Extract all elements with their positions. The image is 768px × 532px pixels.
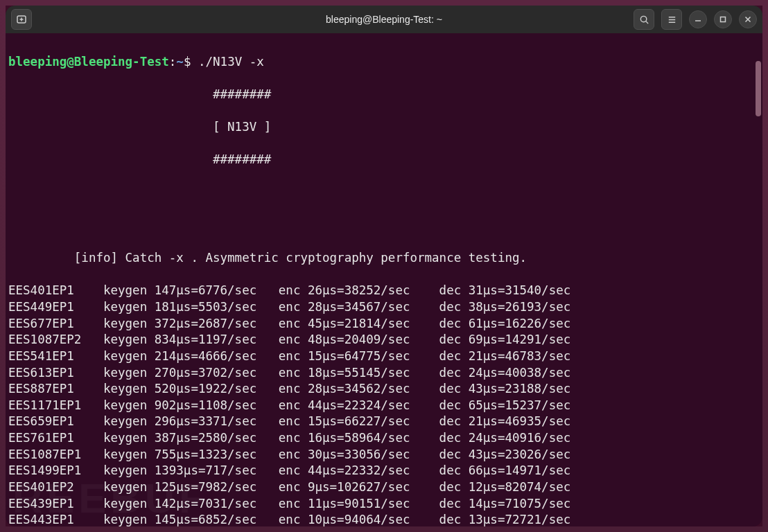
terminal-window: bleeping@Bleeping-Test: ~ bleeping@Bleep… (6, 6, 762, 526)
prompt-path: ~ (176, 55, 184, 69)
prompt-dollar: $ (184, 55, 191, 69)
result-row: EES659EP1 keygen 296µs=3371/sec enc 15µs… (8, 414, 760, 430)
window-title: bleeping@Bleeping-Test: ~ (326, 14, 442, 25)
result-row: EES887EP1 keygen 520µs=1922/sec enc 28µs… (8, 381, 760, 398)
result-row: EES677EP1 keygen 372µs=2687/sec enc 45µs… (8, 316, 760, 332)
terminal-area[interactable]: bleeping@Bleeping-Test:~$ ./N13V -x ####… (6, 33, 762, 526)
result-row: EES761EP1 keygen 387µs=2580/sec enc 16µs… (8, 430, 760, 447)
titlebar: bleeping@Bleeping-Test: ~ (6, 6, 762, 33)
result-row: EES1499EP1 keygen 1393µs=717/sec enc 44µ… (8, 463, 760, 479)
search-button[interactable] (634, 9, 654, 30)
prompt-user-host: bleeping@Bleeping-Test (8, 55, 169, 69)
result-row: EES1171EP1 keygen 902µs=1108/sec enc 44µ… (8, 398, 760, 414)
new-tab-button[interactable] (11, 9, 32, 30)
result-row: EES401EP2 keygen 125µs=7982/sec enc 9µs=… (8, 479, 760, 496)
minimize-button[interactable] (689, 10, 707, 28)
command-text: ./N13V -x (198, 55, 264, 69)
result-row: EES439EP1 keygen 142µs=7031/sec enc 11µs… (8, 496, 760, 513)
info-line: [info] Catch -x . Asymmetric cryptograph… (8, 250, 760, 267)
svg-rect-9 (721, 17, 726, 22)
banner-line: ######## (8, 87, 760, 103)
result-row: EES449EP1 keygen 181µs=5503/sec enc 28µs… (8, 299, 760, 316)
result-row: EES541EP1 keygen 214µs=4666/sec enc 15µs… (8, 348, 760, 365)
svg-line-4 (645, 21, 647, 23)
result-row: EES401EP1 keygen 147µs=6776/sec enc 26µs… (8, 283, 760, 299)
banner-line: [ N13V ] (8, 119, 760, 136)
prompt-line: bleeping@Bleeping-Test:~$ ./N13V -x (8, 54, 760, 71)
results-block: EES401EP1 keygen 147µs=6776/sec enc 26µs… (8, 283, 760, 526)
svg-point-3 (640, 16, 646, 21)
scrollbar[interactable] (756, 61, 761, 116)
close-button[interactable] (739, 10, 757, 28)
result-row: EES1087EP2 keygen 834µs=1197/sec enc 48µ… (8, 332, 760, 348)
maximize-button[interactable] (714, 10, 732, 28)
banner-line: ######## (8, 152, 760, 168)
result-row: EES1087EP1 keygen 755µs=1323/sec enc 30µ… (8, 447, 760, 463)
menu-button[interactable] (661, 9, 682, 30)
result-row: EES613EP1 keygen 270µs=3702/sec enc 18µs… (8, 365, 760, 382)
result-row: EES443EP1 keygen 145µs=6852/sec enc 10µs… (8, 512, 760, 526)
